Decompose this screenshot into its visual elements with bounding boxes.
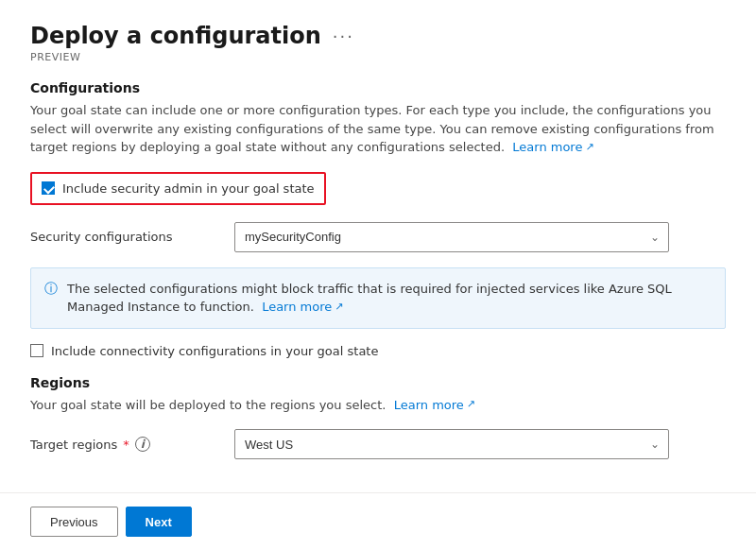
connectivity-checkbox[interactable] [30,344,43,357]
next-button[interactable]: Next [126,507,192,537]
target-regions-select[interactable]: West US East US West Europe East Asia [234,429,669,459]
info-box-learn-more-link[interactable]: Learn more ↗ [262,298,343,317]
info-box: ⓘ The selected configurations might bloc… [30,267,726,329]
footer: Previous Next [0,492,756,550]
regions-external-icon: ↗ [467,397,475,413]
regions-section: Regions Your goal state will be deployed… [30,375,726,415]
target-regions-info-icon[interactable]: i [135,437,150,452]
security-configurations-label: Security configurations [30,230,219,244]
regions-title: Regions [30,375,726,390]
info-box-text: The selected configurations might block … [67,280,712,317]
security-admin-checkbox-row: Include security admin in your goal stat… [30,172,326,205]
previous-button[interactable]: Previous [30,507,118,537]
configurations-learn-more-link[interactable]: Learn more ↗ [512,138,593,157]
target-regions-label-container: Target regions * i [30,437,219,452]
regions-learn-more-link[interactable]: Learn more ↗ [394,396,475,415]
target-regions-select-wrapper: West US East US West Europe East Asia ⌄ [234,429,669,459]
main-content: Deploy a configuration ··· PREVIEW Confi… [0,0,756,497]
target-regions-row: Target regions * i West US East US West … [30,429,726,459]
page-title: Deploy a configuration [30,23,321,49]
configurations-description: Your goal state can include one or more … [30,101,726,157]
security-configurations-select[interactable]: mySecurityConfig [234,222,669,252]
info-icon: ⓘ [44,281,58,298]
configurations-section: Configurations Your goal state can inclu… [30,80,726,157]
security-configurations-row: Security configurations mySecurityConfig… [30,222,726,252]
preview-badge: PREVIEW [30,51,726,63]
configurations-title: Configurations [30,80,726,95]
security-admin-checkbox[interactable] [42,181,55,195]
more-options-icon[interactable]: ··· [333,26,354,46]
external-link-icon: ↗ [585,140,593,156]
target-regions-label: Target regions * i [30,437,219,452]
connectivity-checkbox-row: Include connectivity configurations in y… [30,344,726,358]
regions-description: Your goal state will be deployed to the … [30,396,726,415]
page-header: Deploy a configuration ··· [30,23,726,49]
security-configurations-select-wrapper: mySecurityConfig ⌄ [234,222,669,252]
required-star: * [123,438,129,452]
info-box-external-icon: ↗ [335,300,343,316]
connectivity-label: Include connectivity configurations in y… [51,344,378,358]
security-admin-label: Include security admin in your goal stat… [62,181,315,196]
